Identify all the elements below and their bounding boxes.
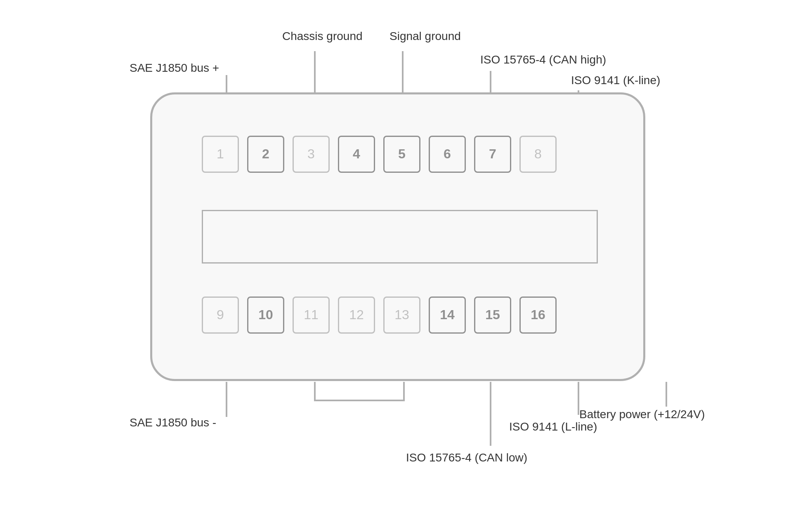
label-battery-power: Battery power (+12/24V) [579, 408, 705, 421]
pin-4: 4 [338, 136, 375, 173]
bottom-pin-row: 9 10 11 12 13 14 15 16 [202, 297, 557, 334]
label-iso-9141-l: ISO 9141 (L-line) [509, 420, 597, 433]
pin-12: 12 [338, 297, 375, 334]
connector-body: 1 2 3 4 5 6 7 8 [150, 92, 645, 381]
label-iso-can-low: ISO 15765-4 (CAN low) [406, 451, 527, 464]
bridge-horizontal [314, 400, 405, 401]
pin-10: 10 [247, 297, 284, 334]
label-sae-j1850-plus: SAE J1850 bus + [130, 61, 219, 75]
line-pin10-down [226, 382, 227, 417]
center-rect [202, 210, 598, 264]
pin-2: 2 [247, 136, 284, 173]
label-iso-9141-k: ISO 9141 (K-line) [571, 74, 660, 87]
pin-3: 3 [293, 136, 330, 173]
label-sae-j1850-minus: SAE J1850 bus - [130, 416, 216, 429]
pin-11: 11 [293, 297, 330, 334]
pin-8: 8 [519, 136, 557, 173]
pin-1: 1 [202, 136, 239, 173]
pin-5: 5 [383, 136, 420, 173]
pin-6: 6 [429, 136, 466, 173]
label-signal-ground: Signal ground [389, 30, 461, 43]
line-pin16-down [666, 382, 667, 407]
bridge-right-vert [403, 382, 405, 401]
pin-16: 16 [519, 297, 557, 334]
pin-13: 13 [383, 297, 420, 334]
pin-7: 7 [474, 136, 511, 173]
label-chassis-ground: Chassis ground [282, 30, 363, 43]
pin-15: 15 [474, 297, 511, 334]
top-pin-row: 1 2 3 4 5 6 7 8 [202, 136, 557, 173]
label-iso-can-high: ISO 15765-4 (CAN high) [480, 53, 606, 66]
bridge-left-vert [314, 382, 316, 401]
pin-9: 9 [202, 297, 239, 334]
obd-diagram: SAE J1850 bus + Chassis ground Signal gr… [76, 26, 736, 480]
pin-14: 14 [429, 297, 466, 334]
line-pin14-down [490, 382, 491, 446]
